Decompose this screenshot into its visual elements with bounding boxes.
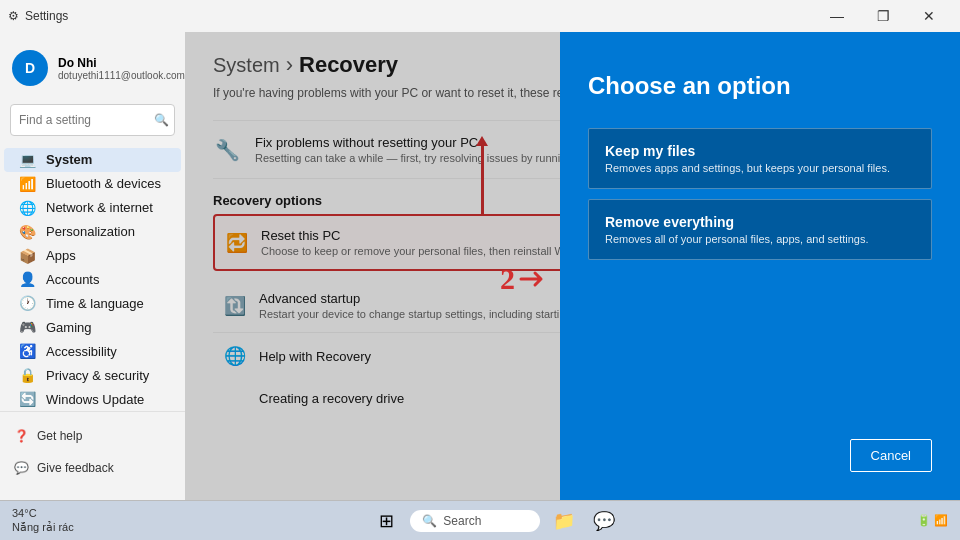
sidebar-item-bluetooth[interactable]: 📶 Bluetooth & devices <box>4 172 181 196</box>
taskbar-time: 🔋 📶 <box>917 514 948 527</box>
avatar: D <box>12 50 48 86</box>
sidebar-item-system[interactable]: 💻 System <box>4 148 181 172</box>
sidebar-item-label: Network & internet <box>46 200 153 215</box>
sidebar-item-privacy[interactable]: 🔒 Privacy & security <box>4 363 181 387</box>
accounts-icon: 👤 <box>18 271 36 287</box>
app-body: D Do Nhi dotuyethi1111@outlook.com 🔍 💻 S… <box>0 32 960 500</box>
personalization-icon: 🎨 <box>18 224 36 240</box>
taskbar: 34°C Nắng rải rác ⊞ 🔍 Search 📁 💬 🔋 📶 <box>0 500 960 540</box>
windows-icon: 🔄 <box>18 391 36 407</box>
settings-icon: ⚙ <box>8 9 19 23</box>
taskbar-weather-desc: Nắng rải rác <box>12 521 74 534</box>
search-box: 🔍 <box>10 104 175 136</box>
overlay-bottom: Cancel <box>588 439 932 472</box>
system-icon: 💻 <box>18 152 36 168</box>
gaming-icon: 🎮 <box>18 319 36 335</box>
keep-files-button[interactable]: Keep my files Removes apps and settings,… <box>588 128 932 189</box>
sidebar-item-accessibility[interactable]: ♿ Accessibility <box>4 339 181 363</box>
taskbar-temp: 34°C <box>12 507 74 520</box>
accessibility-icon: ♿ <box>18 343 36 359</box>
keep-files-desc: Removes apps and settings, but keeps you… <box>605 162 915 174</box>
sidebar-item-label: Gaming <box>46 320 92 335</box>
arrow-right-icon <box>519 269 549 289</box>
taskbar-search[interactable]: 🔍 Search <box>410 510 540 532</box>
sidebar-item-personalization[interactable]: 🎨 Personalization <box>4 220 181 244</box>
sidebar-item-label: Accounts <box>46 272 99 287</box>
user-details: Do Nhi dotuyethi1111@outlook.com <box>58 56 185 81</box>
user-email: dotuyethi1111@outlook.com <box>58 70 185 81</box>
help-icon: ❓ <box>14 429 29 443</box>
taskbar-search-label: Search <box>443 514 481 528</box>
titlebar-left: ⚙ Settings <box>8 9 68 23</box>
get-help-link[interactable]: ❓ Get help <box>0 420 185 452</box>
sidebar-item-time[interactable]: 🕐 Time & language <box>4 291 181 315</box>
bluetooth-icon: 📶 <box>18 176 36 192</box>
remove-everything-title: Remove everything <box>605 214 915 230</box>
sidebar-item-label: Personalization <box>46 224 135 239</box>
taskbar-right: 🔋 📶 <box>917 514 948 527</box>
taskbar-weather: 34°C Nắng rải rác <box>12 507 74 533</box>
sidebar-item-accounts[interactable]: 👤 Accounts <box>4 268 181 292</box>
maximize-button[interactable]: ❐ <box>860 0 906 32</box>
sidebar-item-label: Windows Update <box>46 392 144 407</box>
feedback-link[interactable]: 💬 Give feedback <box>0 452 185 484</box>
taskbar-file-explorer[interactable]: 📁 <box>548 505 580 537</box>
sidebar-item-label: Bluetooth & devices <box>46 176 161 191</box>
network-icon: 🌐 <box>18 200 36 216</box>
overlay-title: Choose an option <box>588 72 932 100</box>
taskbar-center: ⊞ 🔍 Search 📁 💬 <box>370 505 620 537</box>
taskbar-search-icon: 🔍 <box>422 514 437 528</box>
user-name: Do Nhi <box>58 56 185 70</box>
sidebar-item-label: Apps <box>46 248 76 263</box>
minimize-button[interactable]: — <box>814 0 860 32</box>
sidebar-item-gaming[interactable]: 🎮 Gaming <box>4 315 181 339</box>
remove-everything-desc: Removes all of your personal files, apps… <box>605 233 915 245</box>
sidebar-item-label: Time & language <box>46 296 144 311</box>
sidebar-item-apps[interactable]: 📦 Apps <box>4 244 181 268</box>
search-input[interactable] <box>10 104 175 136</box>
close-button[interactable]: ✕ <box>906 0 952 32</box>
start-button[interactable]: ⊞ <box>370 505 402 537</box>
sidebar: D Do Nhi dotuyethi1111@outlook.com 🔍 💻 S… <box>0 32 185 500</box>
sidebar-item-label: Accessibility <box>46 344 117 359</box>
keep-files-title: Keep my files <box>605 143 915 159</box>
main-content: System › Recovery If you're having probl… <box>185 32 960 500</box>
annotation-2: 2 <box>500 262 549 296</box>
remove-everything-button[interactable]: Remove everything Removes all of your pe… <box>588 199 932 260</box>
sidebar-item-windows[interactable]: 🔄 Windows Update <box>4 387 181 411</box>
cancel-button[interactable]: Cancel <box>850 439 932 472</box>
taskbar-chat[interactable]: 💬 <box>588 505 620 537</box>
sidebar-bottom: ❓ Get help 💬 Give feedback <box>0 411 185 492</box>
time-icon: 🕐 <box>18 295 36 311</box>
search-icon: 🔍 <box>154 113 169 127</box>
sidebar-item-label: System <box>46 152 92 167</box>
privacy-icon: 🔒 <box>18 367 36 383</box>
apps-icon: 📦 <box>18 248 36 264</box>
user-info: D Do Nhi dotuyethi1111@outlook.com <box>0 40 185 96</box>
titlebar-controls: — ❐ ✕ <box>814 0 952 32</box>
sidebar-item-network[interactable]: 🌐 Network & internet <box>4 196 181 220</box>
sidebar-item-label: Privacy & security <box>46 368 149 383</box>
feedback-icon: 💬 <box>14 461 29 475</box>
choose-option-panel: Choose an option Keep my files Removes a… <box>560 32 960 500</box>
titlebar: ⚙ Settings — ❐ ✕ <box>0 0 960 32</box>
app-title: Settings <box>25 9 68 23</box>
